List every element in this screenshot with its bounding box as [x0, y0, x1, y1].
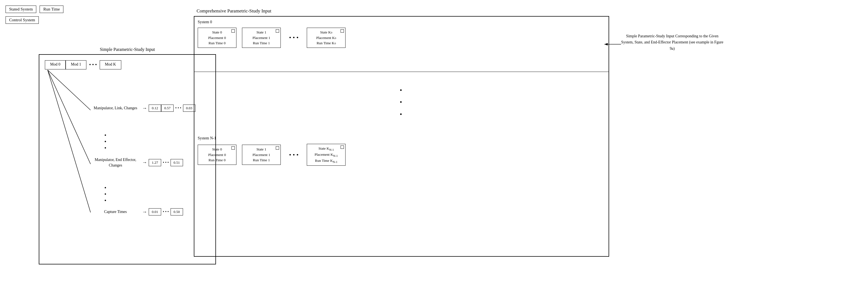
- annotation-text: Simple Parametric-Study Input Correspond…: [620, 33, 725, 52]
- svg-line-0: [48, 70, 91, 110]
- comprehensive-box: System 0 State 0Placement 0Run Time 0 St…: [194, 16, 609, 257]
- mod-0-cell: Mod 0: [45, 60, 66, 69]
- checkbox-s0-state0[interactable]: [231, 29, 235, 33]
- param-label-2: Manipulator, End Effector, Changes: [91, 157, 141, 168]
- val-1-2: 0.57: [161, 105, 174, 112]
- run-time-button[interactable]: Run Time: [40, 5, 63, 13]
- system-0-state-0: State 0Placement 0Run Time 0: [198, 28, 237, 48]
- system-0-section: System 0 State 0Placement 0Run Time 0 St…: [194, 16, 609, 72]
- system-n1-state-0: State 0Placement 0Run Time 0: [198, 145, 237, 165]
- svg-line-1: [48, 70, 91, 164]
- mod-dots-cell: • • •: [86, 60, 100, 69]
- value-group-1: 0.12 0.57 • • • 0.03: [149, 105, 195, 112]
- val-2-dots: • • •: [161, 159, 170, 166]
- val-2-2: 0.51: [170, 159, 183, 166]
- arrow-3: →: [142, 209, 147, 215]
- checkbox-sn1-state1[interactable]: [276, 146, 279, 150]
- right-panel: Comprehensive Parametric-Study Input Sys…: [194, 8, 609, 257]
- system-0-state-dots: • • •: [286, 34, 301, 41]
- system-n1-state-1: State 1Placement 1Run Time 1: [242, 145, 281, 165]
- stated-system-button[interactable]: Stated System: [5, 5, 36, 13]
- middle-big-dots: •••: [400, 84, 403, 120]
- checkbox-s0-state1[interactable]: [276, 29, 279, 33]
- val-2-1: 1.27: [149, 159, 161, 166]
- annotation-arrow-svg: [603, 39, 622, 50]
- middle-dots-section: •••: [194, 72, 609, 133]
- mod-1-cell: Mod 1: [66, 60, 86, 69]
- param-row-2: Manipulator, End Effector, Changes → 1.2…: [91, 157, 183, 168]
- param-label-1: Manipulator, Link, Changes: [91, 106, 141, 110]
- system-n1-section: System N-1 State 0Placement 0Run Time 0 …: [194, 133, 609, 188]
- val-1-3: 0.03: [183, 105, 195, 112]
- mod-k-cell: Mod K: [100, 60, 121, 69]
- system-0-title: System 0: [198, 20, 605, 24]
- checkbox-s0-state-k0[interactable]: [341, 29, 344, 33]
- val-3-1: 0.01: [149, 208, 161, 215]
- arrow-2: →: [142, 159, 147, 166]
- param-row-1: Manipulator, Link, Changes → 0.12 0.57 •…: [91, 105, 195, 112]
- system-0-state-row: State 0Placement 0Run Time 0 State 1Plac…: [198, 27, 605, 49]
- comprehensive-panel-title: Comprehensive Parametric-Study Input: [194, 8, 609, 14]
- top-row-1: Stated System Run Time: [5, 5, 63, 13]
- checkbox-sn1-state0[interactable]: [231, 146, 235, 150]
- system-0-state-1: State 1Placement 1Run Time 1: [242, 28, 281, 48]
- module-row: Mod 0 Mod 1 • • • Mod K: [45, 60, 121, 69]
- system-n1-state-kn1: State KN-1Placement KN-1Run Time KN-1: [307, 144, 345, 166]
- system-n1-state-dots: • • •: [286, 151, 301, 158]
- vert-dots-2: •••: [104, 185, 107, 204]
- vert-dots-1: •••: [104, 132, 107, 151]
- system-0-state-k0: State K₀Placement K₀Run Time K₀: [307, 28, 345, 48]
- system-n1-state-row: State 0Placement 0Run Time 0 State 1Plac…: [198, 143, 605, 167]
- simple-input-box: Mod 0 Mod 1 • • • Mod K Manipulator, Lin…: [39, 54, 216, 264]
- val-3-dots: • • •: [161, 209, 170, 215]
- arrow-1: →: [142, 105, 147, 111]
- left-panel: Simple Parametric-Study Input Mod 0 Mod …: [5, 14, 216, 264]
- system-n1-title: System N-1: [198, 136, 605, 141]
- value-group-2: 1.27 • • • 0.51: [149, 159, 183, 166]
- svg-line-2: [48, 70, 91, 212]
- val-1-1: 0.12: [149, 105, 161, 112]
- param-label-3: Capture Times: [91, 210, 141, 214]
- val-3-2: 0.50: [170, 208, 183, 215]
- checkbox-sn1-state-kn1[interactable]: [341, 145, 344, 149]
- val-1-dots: • • •: [174, 105, 183, 111]
- simple-panel-title: Simple Parametric-Study Input: [39, 47, 216, 52]
- param-row-3: Capture Times → 0.01 • • • 0.50: [91, 208, 183, 215]
- value-group-3: 0.01 • • • 0.50: [149, 208, 183, 215]
- annotation-box: Simple Parametric-Study Input Correspond…: [620, 33, 725, 52]
